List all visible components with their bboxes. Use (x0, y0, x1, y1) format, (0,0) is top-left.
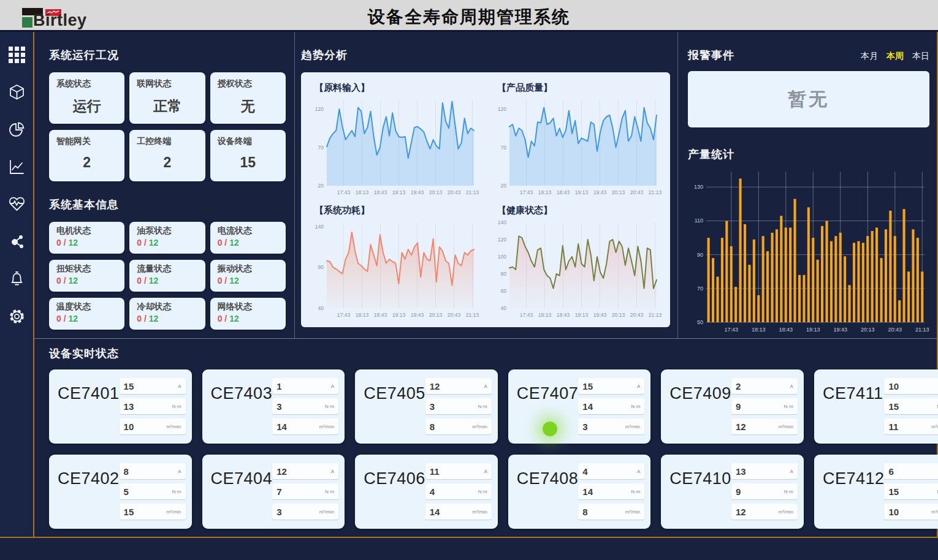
trend-charts-card: 【原料输入】 207012017:4318:1318:4319:1319:432… (301, 72, 670, 327)
device-card[interactable]: CE741110A15N·m11m³/min (814, 369, 938, 444)
device-card[interactable]: CE74092A9N·m12m³/min (661, 369, 804, 444)
trend-chart-title: 【健康状态】 (497, 205, 662, 216)
device-value: 14 (582, 486, 593, 497)
device-value: 15 (582, 381, 593, 392)
device-unit: m³/min (166, 509, 181, 515)
device-value-row: 11A (425, 463, 492, 479)
svg-text:60: 60 (501, 288, 507, 294)
device-values: 11A4N·m14m³/min (425, 463, 492, 520)
status-card-value: 运行 (56, 97, 117, 116)
content-area: 系统运行工况 系统状态运行联网状态正常授权状态无智能网关2工控终端2设备终端15… (34, 32, 937, 537)
device-card[interactable]: CE740412A7N·m3m³/min (202, 455, 345, 529)
health-monitor-icon[interactable] (7, 195, 26, 213)
device-values: 12A3N·m8m³/min (425, 378, 492, 434)
status-card-label: 系统状态 (56, 78, 117, 89)
pie-chart-icon[interactable] (7, 120, 26, 138)
device-value-row: 14N·m (578, 483, 644, 499)
alarm-empty-card: 暂无 (688, 71, 929, 127)
info-card: 网络状态0 / 12 (210, 298, 286, 330)
device-value-row: 15N·m (884, 398, 938, 414)
device-value: 6 (888, 466, 893, 477)
device-name: CE7405 (364, 384, 425, 403)
svg-text:110: 110 (695, 218, 703, 224)
device-card[interactable]: CE740611A4N·m14m³/min (355, 455, 498, 529)
device-card[interactable]: CE74028A5N·m15m³/min (49, 455, 192, 529)
svg-text:18:13: 18:13 (538, 312, 552, 318)
trend-chart-cell: 【产品质量】 207012017:4318:1318:4319:1319:432… (492, 80, 662, 201)
alarm-tab[interactable]: 本日 (912, 51, 929, 62)
device-unit: A (178, 469, 181, 474)
cube-icon[interactable] (7, 83, 26, 101)
svg-text:20:13: 20:13 (612, 189, 625, 195)
trend-chart-title: 【系统功耗】 (315, 205, 479, 216)
device-value: 12 (276, 466, 287, 477)
device-name: CE7410 (669, 469, 731, 488)
device-unit: N·m (784, 404, 793, 409)
status-card: 工控终端2 (129, 130, 205, 181)
trend-title: 趋势分析 (301, 48, 670, 62)
device-value: 13 (124, 401, 134, 412)
device-values: 10A15N·m11m³/min (884, 378, 938, 434)
svg-text:18:43: 18:43 (374, 189, 387, 195)
device-value-row: 12A (272, 463, 338, 479)
device-value: 3 (430, 401, 435, 412)
alarm-tab[interactable]: 本周 (887, 51, 904, 62)
device-value-row: 5N·m (120, 483, 186, 499)
svg-text:21:13: 21:13 (466, 312, 479, 318)
device-value-row: 13A (731, 463, 798, 479)
device-card[interactable]: CE741013A9N·m12m³/min (661, 455, 804, 529)
apps-grid-icon[interactable] (7, 45, 26, 64)
device-name: CE7402 (58, 469, 120, 488)
device-card[interactable]: CE740115A13N·m10m³/min (49, 369, 192, 444)
svg-text:20:13: 20:13 (861, 327, 875, 333)
footer-bar (0, 538, 938, 557)
system-info-cards: 电机状态0 / 12油泵状态0 / 12电流状态0 / 12扭矩状态0 / 12… (49, 222, 286, 330)
device-value: 12 (736, 507, 746, 517)
gear-icon[interactable] (7, 307, 26, 325)
alarm-tab[interactable]: 本月 (861, 51, 878, 62)
info-card-ratio: 0 / 12 (218, 276, 278, 286)
info-card: 振动状态0 / 12 (210, 260, 286, 292)
device-unit: A (790, 469, 793, 474)
info-card-label: 冷却状态 (137, 301, 197, 312)
device-card[interactable]: CE740512A3N·m8m³/min (355, 369, 498, 444)
line-chart-icon[interactable] (7, 157, 26, 176)
device-value-row: 6A (884, 463, 938, 479)
device-value: 8 (582, 507, 587, 517)
device-value-row: 10m³/min (884, 504, 938, 520)
device-unit: A (637, 384, 640, 389)
svg-text:18:13: 18:13 (356, 189, 369, 195)
svg-text:19:43: 19:43 (411, 312, 424, 318)
device-value: 10 (888, 507, 899, 517)
status-card-label: 工控终端 (137, 136, 197, 147)
svg-text:90: 90 (697, 252, 703, 258)
device-value: 14 (582, 401, 593, 412)
device-value-row: 10m³/min (120, 418, 186, 434)
status-card: 设备终端15 (210, 130, 286, 181)
top-panels: 系统运行工况 系统状态运行联网状态正常授权状态无智能网关2工控终端2设备终端15… (34, 32, 937, 338)
status-card-label: 智能网关 (56, 136, 117, 147)
device-values: 1A3N·m14m³/min (272, 378, 338, 434)
device-value-row: 3N·m (425, 398, 492, 414)
device-unit: A (178, 384, 181, 389)
device-value: 10 (124, 422, 134, 432)
topology-icon[interactable] (7, 232, 26, 251)
device-value: 15 (124, 381, 134, 392)
svg-text:19:13: 19:13 (392, 312, 406, 318)
device-values: 8A5N·m15m³/min (120, 463, 186, 520)
info-card: 油泵状态0 / 12 (129, 222, 205, 254)
svg-text:140: 140 (315, 224, 324, 230)
page-title: 设备全寿命周期管理系统 (0, 6, 938, 29)
info-card-ratio: 0 / 12 (137, 276, 197, 286)
device-value: 3 (276, 507, 281, 517)
svg-text:80: 80 (501, 271, 507, 277)
device-value-row: 15N·m (884, 483, 938, 499)
device-card[interactable]: CE74126A15N·m10m³/min (814, 455, 938, 529)
bell-icon[interactable] (7, 270, 26, 288)
device-value-row: 3m³/min (272, 504, 338, 520)
device-card[interactable]: CE740715A14N·m3m³/min (508, 369, 651, 444)
device-name: CE7404 (211, 469, 273, 488)
svg-text:70: 70 (318, 145, 324, 151)
device-card[interactable]: CE74031A3N·m14m³/min (202, 369, 345, 444)
device-card[interactable]: CE74084A14N·m8m³/min (508, 455, 651, 529)
